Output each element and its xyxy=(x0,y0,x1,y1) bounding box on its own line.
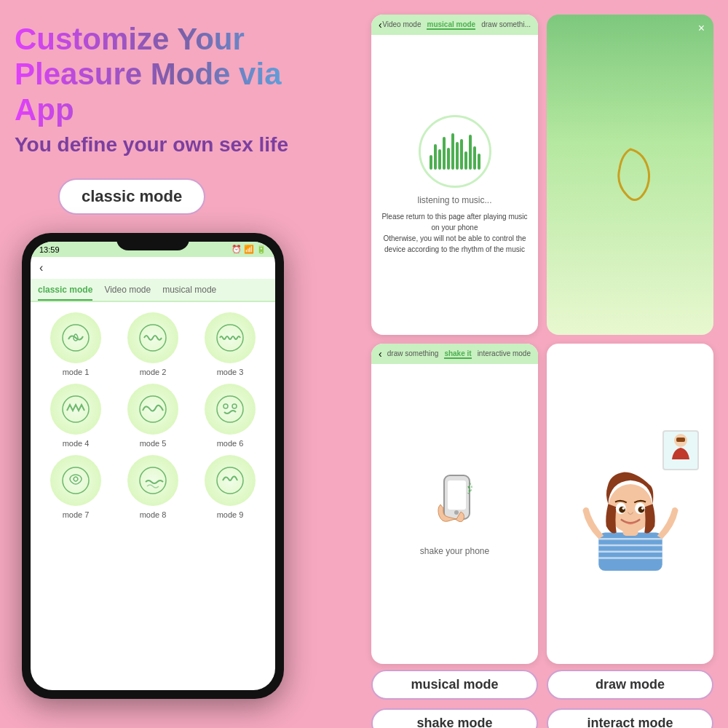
classic-mode-badge: classic mode xyxy=(58,178,205,215)
svg-point-5 xyxy=(217,396,243,422)
phone-screen: 13:59 ⏰ 📶 🔋 ‹ classic mode Video mode mu… xyxy=(31,242,275,690)
svg-point-3 xyxy=(63,396,89,422)
mode-icon-3 xyxy=(205,312,256,363)
tab-classic-mode[interactable]: classic mode xyxy=(38,285,92,301)
tab-video-mode[interactable]: Video mode xyxy=(104,285,151,301)
card3-tabs: draw something shake it interactive mode xyxy=(387,349,531,359)
svg-point-26 xyxy=(638,506,644,513)
draw-mode-card: × xyxy=(547,15,713,335)
draw-shape xyxy=(601,138,660,211)
svg-point-2 xyxy=(217,325,243,351)
phone-mode-grid: mode 1 mode 2 xyxy=(31,302,275,529)
mode-label-1: mode 1 xyxy=(63,368,90,376)
female-avatar xyxy=(579,462,681,578)
mode-icon-7 xyxy=(50,455,101,506)
phone-icons: ⏰ 📶 🔋 xyxy=(232,245,266,254)
mode-icon-8 xyxy=(127,455,178,506)
mode-item-7[interactable]: mode 7 xyxy=(41,455,111,519)
card3-back[interactable]: ‹ xyxy=(379,348,382,360)
tab-musical-mode[interactable]: musical mode xyxy=(162,285,216,301)
phone-time: 13:59 xyxy=(39,245,60,254)
mode-icon-1 xyxy=(50,312,101,363)
draw-card-close[interactable]: × xyxy=(698,22,705,35)
card1-tab-video[interactable]: Video mode xyxy=(382,20,421,30)
cards-grid: ‹ Video mode musical mode draw somethi..… xyxy=(364,7,721,664)
card1-tab-draw[interactable]: draw somethi... xyxy=(481,20,531,30)
mode-label-6: mode 6 xyxy=(217,439,244,448)
card1-tabs: Video mode musical mode draw somethi... xyxy=(382,20,531,30)
mode-icon-9 xyxy=(205,455,256,506)
mode-item-9[interactable]: mode 9 xyxy=(195,455,265,519)
mode-item-2[interactable]: mode 2 xyxy=(118,312,188,376)
mode-label-8: mode 8 xyxy=(140,510,167,519)
mode-item-8[interactable]: mode 8 xyxy=(118,455,188,519)
card3-tab-draw[interactable]: draw something xyxy=(387,349,439,359)
card3-tab-shake[interactable]: shake it xyxy=(444,349,471,359)
mode-item-5[interactable]: mode 5 xyxy=(118,384,188,448)
svg-point-6 xyxy=(223,404,228,408)
card1-header: ‹ Video mode musical mode draw somethi..… xyxy=(371,15,538,35)
svg-rect-12 xyxy=(448,480,466,510)
phone-mockup: 13:59 ⏰ 📶 🔋 ‹ classic mode Video mode mu… xyxy=(22,233,284,699)
mode-icon-5 xyxy=(127,384,178,435)
card3-content: shake your phone xyxy=(371,364,538,664)
svg-point-7 xyxy=(232,404,237,408)
svg-point-13 xyxy=(454,510,459,515)
svg-point-25 xyxy=(619,506,625,513)
card1-back[interactable]: ‹ xyxy=(379,19,382,31)
svg-point-27 xyxy=(622,507,625,510)
shake-phone-icon xyxy=(433,472,477,539)
phone-nav-tabs: classic mode Video mode musical mode xyxy=(31,279,275,302)
shake-mode-card: ‹ draw something shake it interactive mo… xyxy=(371,344,538,664)
svg-point-28 xyxy=(641,507,644,510)
card1-content: listening to music... Please return to t… xyxy=(371,35,538,335)
mode-label-2: mode 2 xyxy=(140,368,167,376)
mode-label-9: mode 9 xyxy=(217,510,244,519)
mode-item-6[interactable]: mode 6 xyxy=(195,384,265,448)
mode-label-4: mode 4 xyxy=(63,439,90,448)
mode-item-1[interactable]: mode 1 xyxy=(41,312,111,376)
mode-label-3: mode 3 xyxy=(217,368,244,376)
interact-mode-badge: interact mode xyxy=(547,708,713,728)
svg-rect-15 xyxy=(676,438,685,442)
mode-label-5: mode 5 xyxy=(140,439,167,448)
phone-back-arrow[interactable]: ‹ xyxy=(31,257,275,279)
listening-text: listening to music... xyxy=(417,195,491,205)
subtitle: You define your own sex life xyxy=(15,133,342,157)
instruction-text: Please return to this page after playing… xyxy=(379,211,531,255)
mode-item-3[interactable]: mode 3 xyxy=(195,312,265,376)
main-title: Customize Your Pleasure Mode via App xyxy=(15,22,342,127)
mode-item-4[interactable]: mode 4 xyxy=(41,384,111,448)
right-container: ‹ Video mode musical mode draw somethi..… xyxy=(364,7,721,721)
shake-text: shake your phone xyxy=(420,546,489,556)
mode-icon-6 xyxy=(205,384,256,435)
card3-tab-interactive[interactable]: interactive mode xyxy=(478,349,531,359)
listening-circle xyxy=(419,115,491,188)
svg-point-8 xyxy=(63,467,89,494)
phone-notch xyxy=(116,233,189,250)
draw-mode-badge: draw mode xyxy=(547,670,713,700)
shake-mode-badge: shake mode xyxy=(371,708,538,728)
left-panel: Customize Your Pleasure Mode via App You… xyxy=(0,0,357,728)
musical-mode-card: ‹ Video mode musical mode draw somethi..… xyxy=(371,15,538,335)
mode-icon-4 xyxy=(50,384,101,435)
card1-tab-musical[interactable]: musical mode xyxy=(427,20,475,30)
waveform xyxy=(430,126,480,170)
mode-icon-2 xyxy=(127,312,178,363)
mode-label-7: mode 7 xyxy=(63,510,90,519)
bottom-badges: musical mode draw mode shake mode intera… xyxy=(364,664,721,728)
card3-header: ‹ draw something shake it interactive mo… xyxy=(371,344,538,364)
musical-mode-badge: musical mode xyxy=(371,670,538,700)
interact-content xyxy=(547,344,713,664)
interact-mode-card xyxy=(547,344,713,664)
